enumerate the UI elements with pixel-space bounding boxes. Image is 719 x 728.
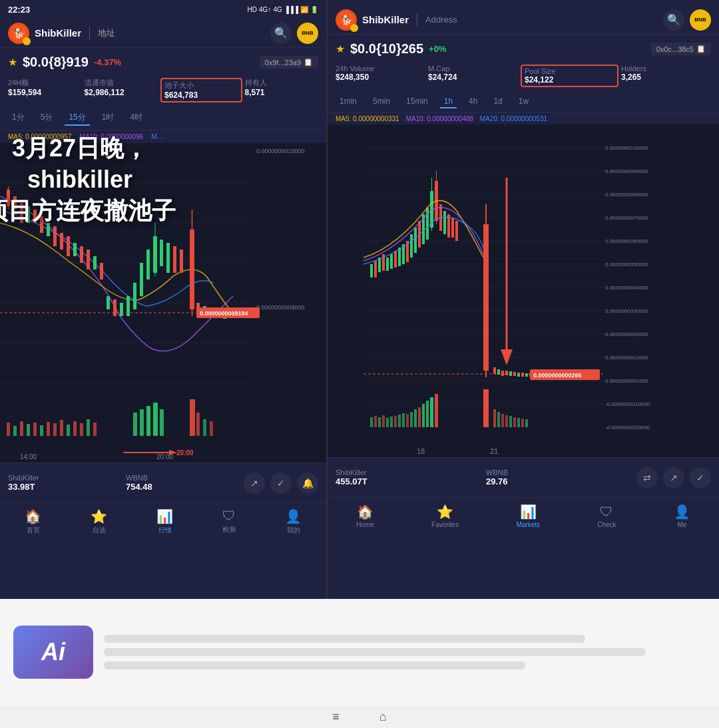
price-change-right: +0% [429, 44, 446, 54]
svg-rect-62 [133, 413, 137, 436]
action-buttons-right: ⇄ ↗ ✓ [636, 467, 711, 488]
svg-text:0.0000000030000: 0.0000000030000 [605, 308, 648, 314]
search-button-left[interactable]: 🔍 [270, 23, 292, 44]
nav-favorites-label-right: Favorites [431, 521, 459, 528]
token2-amount-right: 29.76 [486, 476, 628, 486]
address-label-left[interactable]: 地址 [98, 27, 265, 39]
pair-info-left: ShibKiller 33.98T [8, 474, 118, 492]
svg-rect-158 [430, 397, 433, 427]
share-button-left[interactable]: ↗ [244, 472, 265, 494]
share-button-right[interactable]: ↗ [663, 467, 684, 488]
tab-4h[interactable]: 4时 [126, 110, 146, 126]
svg-text:18: 18 [417, 447, 425, 455]
stat-mcap: 流通市值 $2,986,112 [85, 78, 158, 102]
android-menu-btn[interactable]: ≡ [332, 710, 340, 724]
nav-home-label-right: Home [356, 521, 374, 528]
tab-1min[interactable]: 1分 [8, 110, 29, 126]
tab-1h-right[interactable]: 1h [440, 95, 457, 108]
nav-check-right[interactable]: 🛡 Check [597, 504, 616, 528]
svg-rect-64 [146, 406, 150, 436]
nav-favorites-right[interactable]: ⭐ Favorites [431, 504, 459, 528]
check-button-right[interactable]: ✓ [690, 467, 711, 488]
tab-15min[interactable]: 15分 [65, 110, 89, 126]
nav-home-left[interactable]: 🏠 首页 [25, 508, 41, 535]
nav-home-label-left: 首页 [27, 526, 40, 535]
svg-text:0.0000000010000: 0.0000000010000 [605, 355, 648, 361]
svg-rect-36 [173, 246, 176, 273]
tab-4h-right[interactable]: 4h [465, 95, 481, 108]
svg-rect-55 [53, 423, 57, 436]
address-badge-right[interactable]: 0x0c...38c5 📋 [651, 43, 711, 55]
star-icon-right[interactable]: ★ [336, 43, 345, 55]
swap-button-right[interactable]: ⇄ [636, 467, 658, 488]
star-icon-left[interactable]: ★ [8, 56, 17, 69]
address-badge-left[interactable]: 0x9f...23a9 📋 [260, 56, 318, 69]
tab-1h[interactable]: 1时 [98, 110, 119, 126]
app-logo-left: 🐕 [8, 23, 29, 44]
svg-rect-164 [505, 415, 508, 427]
bnb-button-left[interactable]: BNB [297, 23, 318, 44]
tab-1w-right[interactable]: 1w [515, 95, 533, 108]
svg-rect-66 [160, 409, 164, 436]
svg-rect-145 [378, 417, 381, 427]
svg-text:0.0000000010000: 0.0000000010000 [256, 148, 305, 154]
svg-rect-156 [422, 404, 425, 427]
svg-rect-37 [180, 250, 183, 273]
svg-rect-18 [60, 233, 63, 250]
user-icon-right: 👤 [674, 504, 690, 520]
svg-text:0.0000000040000: 0.0000000040000 [605, 285, 648, 291]
android-home-btn[interactable]: ⌂ [379, 710, 387, 724]
svg-rect-161 [493, 409, 496, 427]
bell-button-left[interactable]: 🔔 [297, 472, 318, 494]
bottom-section: Ai [0, 599, 719, 706]
price-change-left: -4.37% [94, 57, 121, 67]
token1-amount-right: 455.07T [336, 476, 478, 486]
svg-rect-130 [493, 367, 496, 374]
ai-logo: Ai [13, 626, 93, 679]
stat-mcap-right: M.Cap $24,724 [428, 65, 518, 87]
tab-5min[interactable]: 5分 [37, 110, 57, 126]
left-phone: 22:23 HD 4G↑ 4G ▐▐▐ 📶 🔋 🐕 ShibKiller 地址 … [0, 0, 326, 599]
svg-text:14:00: 14:00 [20, 453, 37, 460]
svg-rect-148 [390, 417, 393, 427]
search-button-right[interactable]: 🔍 [663, 9, 684, 31]
nav-markets-label-left: 行情 [158, 526, 172, 535]
svg-rect-19 [67, 236, 70, 256]
stat-volume-right: 24h Volume $248,350 [336, 65, 425, 87]
nav-favorites-left[interactable]: ⭐ 自选 [91, 508, 107, 535]
overlay-container: 3月27日晚， shibkiller 项目方连夜撤池子 [0, 133, 246, 226]
svg-text:20:00: 20:00 [176, 449, 194, 456]
svg-rect-58 [73, 421, 77, 436]
nav-detect-label-left: 检测 [222, 525, 236, 534]
tab-5min-right[interactable]: 5min [369, 95, 394, 108]
bnb-button-right[interactable]: BNB [690, 9, 711, 31]
tab-1d-right[interactable]: 1d [489, 95, 506, 108]
svg-rect-76 [363, 124, 683, 457]
nav-home-right[interactable]: 🏠 Home [356, 504, 374, 528]
svg-rect-163 [501, 414, 504, 427]
svg-rect-147 [386, 418, 389, 427]
nav-me-right[interactable]: 👤 Me [674, 504, 690, 528]
nav-markets-left[interactable]: 📊 行情 [156, 508, 173, 535]
header-right: 🐕 ShibKiller Address 🔍 BNB [328, 5, 719, 35]
tab-1min-right[interactable]: 1min [336, 95, 361, 108]
svg-rect-154 [414, 409, 417, 427]
address-label-right[interactable]: Address [425, 15, 658, 25]
ma-row-right: MA5: 0.00000000331 MA10: 0.00000000488 M… [328, 113, 719, 124]
bottom-content [104, 635, 706, 669]
stat-pool-right: Pool Size $24,122 [521, 65, 618, 87]
token1-name-right: ShibKiller [336, 468, 478, 476]
check-button-left[interactable]: ✓ [270, 472, 292, 494]
bottom-bar-right: ShibKiller 455.07T WBNB 29.76 ⇄ ↗ ✓ [328, 457, 719, 497]
pair-info2-right: WBNB 29.76 [486, 468, 628, 486]
tab-15min-right[interactable]: 15min [402, 95, 432, 108]
svg-rect-106 [386, 258, 389, 271]
svg-rect-132 [501, 371, 504, 376]
nav-me-left[interactable]: 👤 我的 [285, 508, 302, 535]
svg-rect-54 [47, 422, 50, 436]
svg-rect-153 [410, 412, 413, 427]
token2-name-right: WBNB [486, 468, 628, 476]
nav-detect-left[interactable]: 🛡 检测 [222, 508, 236, 534]
svg-rect-168 [521, 419, 524, 427]
nav-markets-right[interactable]: 📊 Markets [516, 504, 540, 528]
